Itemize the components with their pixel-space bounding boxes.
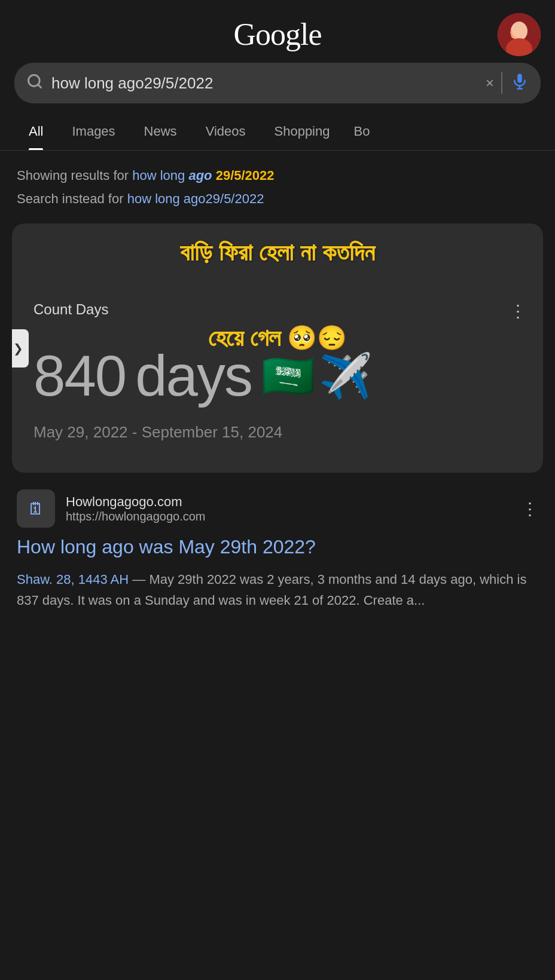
search-instead-link[interactable]: how long ago29/5/2022	[127, 191, 264, 206]
result-three-dots-1[interactable]: ⋮	[522, 499, 538, 519]
count-days-label: Count Days	[33, 301, 108, 318]
svg-rect-7	[517, 74, 522, 82]
mic-icon[interactable]	[511, 72, 529, 94]
showing-link-how-long[interactable]: how long	[132, 168, 185, 183]
tab-shopping[interactable]: Shopping	[260, 113, 344, 150]
clear-icon[interactable]: ×	[486, 75, 494, 91]
flag-emoji: 🇸🇦	[261, 351, 314, 402]
search-divider	[501, 72, 502, 94]
flag-plane: 🇸🇦✈️	[261, 351, 371, 402]
days-word: days	[135, 343, 252, 409]
tab-videos[interactable]: Videos	[191, 113, 260, 150]
source-name-1: Howlongagogo.com	[66, 494, 511, 510]
search-query[interactable]: how long ago29/5/2022	[51, 74, 486, 93]
search-tabs: All Images News Videos Shopping Bo	[0, 113, 555, 151]
showing-link-ago[interactable]: ago	[188, 168, 212, 183]
tab-news[interactable]: News	[130, 113, 191, 150]
days-display: 840 days 🇸🇦✈️	[33, 343, 522, 409]
result-card-1: 🗓 Howlongagogo.com https://howlongagogo.…	[12, 489, 543, 611]
showing-for-line: Showing results for how long ago 29/5/20…	[17, 165, 538, 186]
featured-overlay-text: বাড়ি ফিরা হেলা না কতদিন	[12, 223, 543, 268]
showing-date: 29/5/2022	[216, 168, 275, 183]
search-icon	[26, 73, 43, 93]
results-banner: Showing results for how long ago 29/5/20…	[0, 151, 555, 214]
tab-more[interactable]: Bo	[344, 113, 379, 150]
plane-emoji: ✈️	[319, 351, 371, 402]
bengali-title: বাড়ি ফিরা হেলা না কতদিন	[29, 237, 526, 268]
svg-line-6	[38, 84, 41, 87]
source-icon-1: 🗓	[17, 489, 55, 528]
featured-three-dots[interactable]: ⋮	[510, 301, 526, 321]
featured-card-wrapper: ❯ বাড়ি ফিরা হেলা না কতদিন Count Days ⋮ …	[12, 223, 543, 473]
google-logo: Google	[233, 17, 321, 52]
search-instead-line: Search instead for how long ago29/5/2022	[17, 188, 538, 209]
days-number: 840	[33, 343, 126, 409]
source-text-1: Howlongagogo.com https://howlongagogo.co…	[66, 494, 511, 523]
header: Google	[0, 0, 555, 63]
snippet-highlight-1: Shaw. 28, 1443 AH	[17, 572, 129, 587]
source-url-1[interactable]: https://howlongagogo.com	[66, 510, 511, 523]
avatar[interactable]	[498, 13, 541, 56]
showing-prefix: Showing results for	[17, 168, 132, 183]
tab-images[interactable]: Images	[57, 113, 129, 150]
date-range: May 29, 2022 - September 15, 2024	[33, 423, 522, 442]
result-source-1: 🗓 Howlongagogo.com https://howlongagogo.…	[17, 489, 538, 528]
tab-all[interactable]: All	[14, 113, 57, 150]
bengali-subtitle: হেয়ে গেল 🥺😔	[12, 324, 543, 352]
result-snippet-1: Shaw. 28, 1443 AH — May 29th 2022 was 2 …	[17, 569, 538, 611]
avatar-image	[498, 13, 541, 56]
svg-point-4	[512, 24, 526, 38]
search-bar: how long ago29/5/2022 ×	[14, 63, 541, 103]
result-title-1[interactable]: How long ago was May 29th 2022?	[17, 534, 538, 561]
scroll-arrow[interactable]: ❯	[12, 329, 29, 368]
